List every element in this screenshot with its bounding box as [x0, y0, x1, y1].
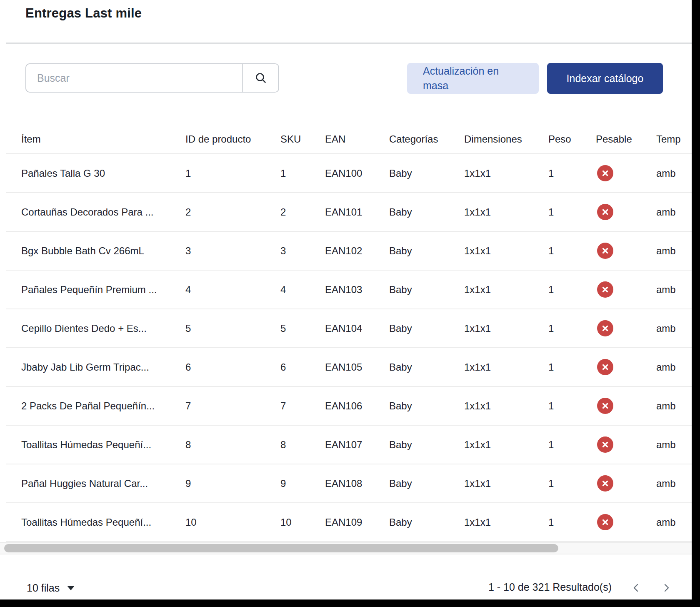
index-catalog-button[interactable]: Indexar catálogo	[547, 63, 663, 94]
table-row: Bgx Bubble Bath Cv 266mL 3 3 EAN102 Baby…	[6, 231, 692, 270]
cell-product-id: 7	[185, 386, 280, 425]
cell-sku: 2	[280, 193, 325, 231]
horizontal-scrollbar-thumb[interactable]	[4, 544, 558, 552]
cell-categoria: Baby	[389, 154, 464, 193]
cell-pesable	[596, 464, 656, 503]
cell-pesable	[596, 309, 656, 348]
cell-ean: EAN108	[325, 464, 389, 503]
cell-ean: EAN102	[325, 231, 389, 270]
cell-item: Cepillo Dientes Dedo + Es...	[6, 309, 185, 348]
cell-ean: EAN101	[325, 193, 389, 231]
table-row: Cepillo Dientes Dedo + Es... 5 5 EAN104 …	[6, 309, 692, 348]
next-page-button[interactable]	[660, 581, 673, 594]
cell-categoria: Baby	[389, 503, 464, 542]
cell-item: Bgx Bubble Bath Cv 266mL	[6, 231, 185, 270]
table-body: Pañales Talla G 30 1 1 EAN100 Baby 1x1x1…	[6, 154, 692, 542]
cell-item: 2 Packs De Pañal Pequeñín...	[6, 386, 185, 425]
cell-categoria: Baby	[389, 309, 464, 348]
cell-pesable	[596, 270, 656, 309]
cell-dimensiones: 1x1x1	[464, 386, 548, 425]
cell-item: Cortauñas Decorados Para ...	[6, 193, 185, 231]
col-header-categorias: Categorías	[389, 125, 464, 154]
cell-temp: amb	[656, 503, 692, 542]
cell-categoria: Baby	[389, 193, 464, 231]
col-header-temp: Temp	[656, 125, 692, 154]
bulk-update-button[interactable]: Actualización en masa	[407, 63, 539, 94]
not-weighable-icon	[597, 436, 613, 453]
not-weighable-icon	[597, 281, 613, 298]
cell-peso: 1	[548, 231, 596, 270]
table-header-row: Ítem ID de producto SKU EAN Categorías D…	[6, 125, 692, 154]
table-row: Pañales Pequeñín Premium ... 4 4 EAN103 …	[6, 270, 692, 309]
index-catalog-button-label: Indexar catálogo	[567, 73, 644, 85]
chevron-left-icon	[630, 582, 642, 594]
page-title: Entregas Last mile	[25, 6, 142, 21]
cell-item: Toallitas Húmedas Pequeñí...	[6, 503, 185, 542]
cell-ean: EAN100	[325, 154, 389, 193]
cell-peso: 1	[548, 309, 596, 348]
cell-temp: amb	[656, 425, 692, 464]
cell-sku: 1	[280, 154, 325, 193]
cell-temp: amb	[656, 154, 692, 193]
table-row: Toallitas Húmedas Pequeñí... 10 10 EAN10…	[6, 503, 692, 542]
cell-sku: 8	[280, 425, 325, 464]
cell-pesable	[596, 154, 656, 193]
cell-ean: EAN105	[325, 348, 389, 386]
chevron-right-icon	[660, 582, 672, 594]
cell-sku: 5	[280, 309, 325, 348]
cell-pesable	[596, 425, 656, 464]
table-row: Jbaby Jab Lib Germ Tripac... 6 6 EAN105 …	[6, 348, 692, 386]
cell-product-id: 5	[185, 309, 280, 348]
cell-dimensiones: 1x1x1	[464, 425, 548, 464]
horizontal-scrollbar	[0, 542, 692, 554]
table-row: Pañal Huggies Natural Car... 9 9 EAN108 …	[6, 464, 692, 503]
col-header-item: Ítem	[6, 125, 185, 154]
cell-product-id: 6	[185, 348, 280, 386]
not-weighable-icon	[597, 165, 613, 181]
col-header-peso: Peso	[548, 125, 596, 154]
not-weighable-icon	[597, 514, 613, 530]
search-input[interactable]	[26, 64, 242, 92]
cell-product-id: 10	[185, 503, 280, 542]
col-header-dimensiones: Dimensiones	[464, 125, 548, 154]
cell-categoria: Baby	[389, 231, 464, 270]
cell-dimensiones: 1x1x1	[464, 348, 548, 386]
cell-peso: 1	[548, 270, 596, 309]
cell-item: Toallitas Húmedas Pequeñí...	[6, 425, 185, 464]
cell-item: Pañal Huggies Natural Car...	[6, 464, 185, 503]
col-header-product-id: ID de producto	[185, 125, 280, 154]
cell-categoria: Baby	[389, 386, 464, 425]
search-box	[25, 63, 279, 93]
cell-item: Pañales Pequeñín Premium ...	[6, 270, 185, 309]
cell-peso: 1	[548, 154, 596, 193]
cell-sku: 10	[280, 503, 325, 542]
col-header-ean: EAN	[325, 125, 389, 154]
title-divider	[6, 43, 692, 44]
rows-per-page-selector[interactable]: 10 filas	[27, 579, 75, 597]
search-button[interactable]	[242, 64, 278, 92]
cell-categoria: Baby	[389, 425, 464, 464]
results-count: 1 - 10 de 321 Resultado(s)	[488, 581, 612, 593]
cell-peso: 1	[548, 425, 596, 464]
not-weighable-icon	[597, 204, 613, 220]
col-header-sku: SKU	[280, 125, 325, 154]
cell-product-id: 9	[185, 464, 280, 503]
search-icon	[254, 71, 268, 85]
table-row: Pañales Talla G 30 1 1 EAN100 Baby 1x1x1…	[6, 154, 692, 193]
cell-peso: 1	[548, 386, 596, 425]
rows-per-page-label: 10 filas	[27, 582, 60, 594]
cell-temp: amb	[656, 193, 692, 231]
col-header-pesable: Pesable	[596, 125, 656, 154]
cell-dimensiones: 1x1x1	[464, 193, 548, 231]
bulk-update-button-label: Actualización en masa	[423, 64, 508, 93]
cell-item: Jbaby Jab Lib Germ Tripac...	[6, 348, 185, 386]
cell-categoria: Baby	[389, 270, 464, 309]
cell-ean: EAN104	[325, 309, 389, 348]
previous-page-button[interactable]	[630, 581, 643, 594]
cell-categoria: Baby	[389, 464, 464, 503]
not-weighable-icon	[597, 320, 613, 336]
not-weighable-icon	[597, 243, 613, 259]
not-weighable-icon	[597, 475, 613, 492]
cell-dimensiones: 1x1x1	[464, 154, 548, 193]
cell-pesable	[596, 193, 656, 231]
